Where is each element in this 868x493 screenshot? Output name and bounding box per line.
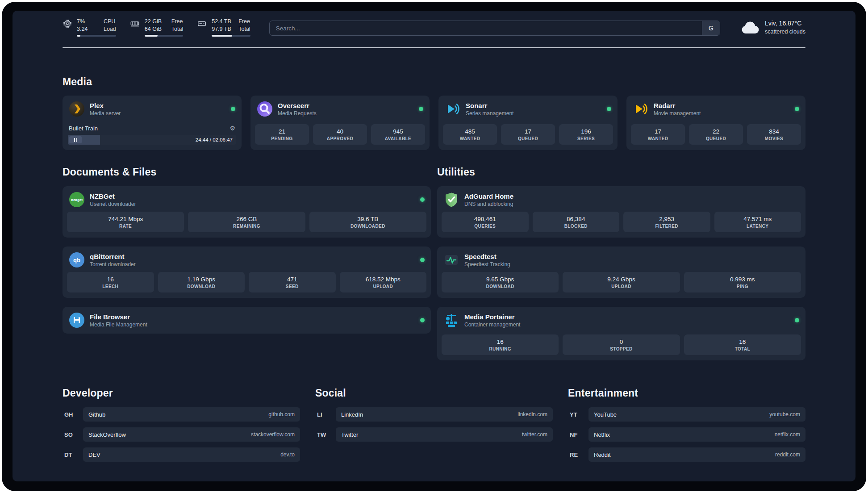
- qbittorrent-stat-download: 1.19 Gbps DOWNLOAD: [158, 272, 245, 292]
- filebrowser-card[interactable]: File Browser Media File Management: [63, 307, 431, 334]
- gear-icon[interactable]: ⚙: [230, 125, 235, 132]
- sonarr-stat-queued: 17 QUEUED: [501, 124, 555, 145]
- radarr-stat-movies: 834 MOVIES: [747, 124, 801, 145]
- overseerr-status-dot: [419, 107, 423, 111]
- radarr-icon: [633, 101, 649, 117]
- media-section: Media Plex: [63, 76, 805, 150]
- social-bookmarks: Social LI LinkedIn linkedin.com TW Twitt…: [315, 387, 553, 468]
- header-divider: [63, 47, 805, 48]
- search-bar: G: [269, 21, 720, 36]
- bookmark-row-twitter: TW Twitter twitter.com: [315, 427, 553, 442]
- bookmark-row-stackoverflow: SO StackOverflow stackoverflow.com: [63, 427, 300, 442]
- portainer-card[interactable]: Media Portainer Container management 16 …: [437, 307, 805, 360]
- nzbget-stat-downloaded: 39.6 TB DOWNLOADED: [309, 212, 426, 232]
- qbittorrent-name: qBittorrent: [90, 253, 136, 260]
- now-playing-title: Bullet Train: [69, 125, 98, 132]
- adguard-stat-queries: 498,461 QUERIES: [442, 212, 529, 232]
- sonarr-status-dot: [607, 107, 611, 111]
- twitter-abbr: TW: [315, 431, 336, 438]
- youtube-link[interactable]: YouTube youtube.com: [588, 407, 805, 422]
- radarr-card[interactable]: Radarr Movie management 17 WANTED 22 QUE…: [626, 96, 805, 150]
- stackoverflow-link[interactable]: StackOverflow stackoverflow.com: [83, 427, 300, 442]
- twitter-link[interactable]: Twitter twitter.com: [336, 427, 553, 442]
- qbittorrent-subtitle: Torrent downloader: [90, 261, 136, 267]
- netflix-abbr: NF: [568, 431, 588, 438]
- adguard-stat-blocked: 86,384 BLOCKED: [533, 212, 620, 232]
- radarr-stat-queued: 22 QUEUED: [689, 124, 743, 145]
- ram-free-label: Free: [171, 18, 183, 25]
- portainer-subtitle: Container management: [464, 322, 520, 328]
- nzbget-status-dot: [420, 197, 425, 202]
- sonarr-stat-series: 196 SERIES: [559, 124, 613, 145]
- speedtest-icon: [443, 252, 459, 268]
- overseerr-card[interactable]: Overseerr Media Requests 21 PENDING 40 A…: [250, 96, 430, 150]
- entertainment-title: Entertainment: [568, 387, 805, 399]
- cpu-label: CPU: [104, 18, 116, 25]
- playback-progress-bar[interactable]: 24:44 / 02:06:47: [68, 135, 236, 145]
- speedtest-card[interactable]: Speedtest Speedtest Tracking 9.65 Gbps D…: [437, 246, 805, 298]
- speedtest-stat-ping: 0.993 ms PING: [684, 272, 801, 292]
- search-engine-button[interactable]: G: [702, 21, 720, 35]
- ram-icon: [129, 19, 140, 29]
- sonarr-stat-wanted: 485 WANTED: [443, 124, 497, 145]
- github-link[interactable]: Github github.com: [83, 407, 300, 422]
- plex-card[interactable]: Plex Media server Bullet Train ⚙ 24:44 /…: [63, 96, 242, 150]
- bookmark-row-netflix: NF Netflix netflix.com: [568, 427, 805, 442]
- github-abbr: GH: [63, 411, 83, 418]
- nzbget-name: NZBGet: [90, 192, 136, 200]
- cpu-load-label: Load: [104, 25, 116, 33]
- disk-free-value: 52.4 TB: [212, 18, 231, 25]
- plex-icon: [69, 101, 85, 117]
- netflix-link[interactable]: Netflix netflix.com: [588, 427, 805, 442]
- overseerr-stat-approved: 40 APPROVED: [313, 124, 367, 145]
- portainer-stat-running: 16 RUNNING: [442, 334, 559, 355]
- overseerr-subtitle: Media Requests: [278, 110, 317, 117]
- reddit-link[interactable]: Reddit reddit.com: [588, 447, 805, 462]
- adguard-name: AdGuard Home: [464, 192, 513, 200]
- radarr-stat-wanted: 17 WANTED: [631, 124, 685, 145]
- filebrowser-subtitle: Media File Management: [90, 322, 147, 328]
- sonarr-card[interactable]: Sonarr Series management 485 WANTED 17 Q…: [438, 96, 618, 150]
- pause-button[interactable]: [69, 136, 82, 143]
- bookmark-row-youtube: YT YouTube youtube.com: [568, 407, 805, 422]
- top-bar: 7% 3.24 CPU Load: [63, 17, 805, 38]
- overseerr-stat-pending: 21 PENDING: [255, 124, 309, 145]
- cloud-icon: [741, 21, 760, 34]
- disk-total-label: Total: [238, 25, 250, 33]
- qbittorrent-stat-upload: 618.52 Mbps UPLOAD: [340, 272, 427, 292]
- documents-section: Documents & Files nzbget NZBGet Usenet d…: [63, 150, 431, 343]
- linkedin-link[interactable]: LinkedIn linkedin.com: [336, 407, 553, 422]
- ram-total-value: 64 GiB: [145, 25, 164, 33]
- playback-time: 24:44 / 02:06:47: [196, 137, 236, 142]
- filebrowser-status-dot: [420, 318, 425, 322]
- disk-icon: [196, 19, 207, 29]
- nzbget-icon: nzbget: [69, 192, 85, 208]
- dev-link[interactable]: DEV dev.to: [83, 447, 300, 462]
- entertainment-bookmarks: Entertainment YT YouTube youtube.com NF …: [568, 387, 805, 468]
- search-input[interactable]: [270, 21, 702, 35]
- overseerr-icon: [257, 101, 273, 117]
- svg-text:qb: qb: [73, 257, 80, 263]
- cpu-metric: 7% 3.24 CPU Load: [63, 18, 116, 37]
- overseerr-name: Overseerr: [278, 102, 317, 109]
- weather-widget[interactable]: Lviv, 16.87°C scattered clouds: [741, 19, 805, 36]
- portainer-name: Media Portainer: [464, 313, 520, 321]
- cpu-load-value: 3.24: [77, 25, 96, 33]
- ram-free-value: 22 GiB: [145, 18, 164, 25]
- qbittorrent-card[interactable]: qb qBittorrent Torrent downloader 16 LEE…: [63, 246, 431, 298]
- utilities-section-title: Utilities: [437, 166, 805, 178]
- nzbget-card[interactable]: nzbget NZBGet Usenet downloader 744.21 M…: [63, 186, 431, 238]
- disk-progress-bar: [212, 35, 250, 37]
- speedtest-stat-upload: 9.24 Gbps UPLOAD: [563, 272, 680, 292]
- filebrowser-name: File Browser: [90, 313, 147, 321]
- nzbget-stat-rate: 744.21 Mbps RATE: [67, 212, 184, 232]
- ram-total-label: Total: [171, 25, 183, 33]
- ram-metric: 22 GiB 64 GiB Free Total: [129, 18, 183, 37]
- bookmark-row-dev: DT DEV dev.to: [63, 447, 300, 462]
- cpu-progress-bar: [77, 35, 116, 37]
- adguard-card[interactable]: AdGuard Home DNS and adblocking 498,461 …: [437, 186, 805, 238]
- qbittorrent-stat-seed: 471 SEED: [249, 272, 336, 292]
- adguard-stat-filtered: 2,953 FILTERED: [623, 212, 710, 232]
- reddit-abbr: RE: [568, 451, 588, 458]
- weather-condition: scattered clouds: [765, 28, 805, 36]
